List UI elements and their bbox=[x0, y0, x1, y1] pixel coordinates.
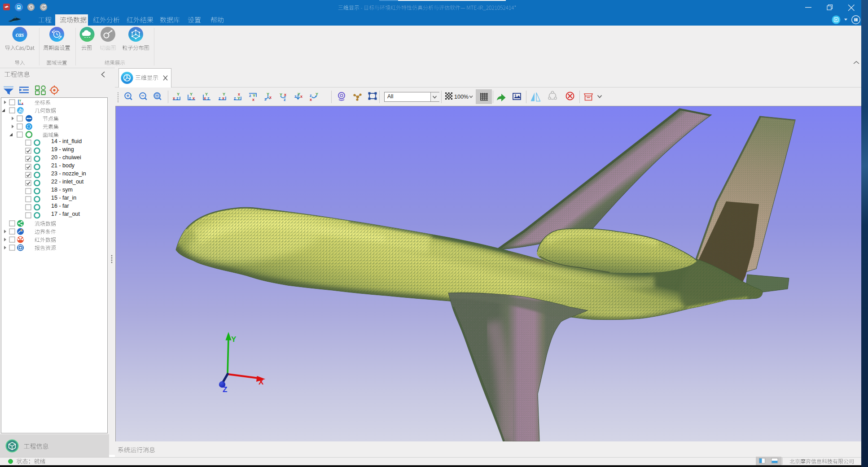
svg-text:Y: Y bbox=[231, 335, 237, 344]
svg-text:Z: Z bbox=[223, 385, 227, 394]
svg-text:X: X bbox=[259, 378, 264, 386]
